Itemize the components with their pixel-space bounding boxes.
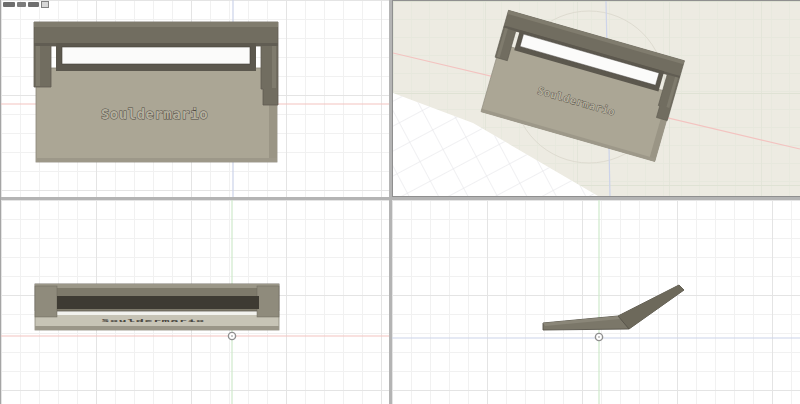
toolbar-fragment-block xyxy=(28,2,39,7)
viewport-top[interactable]: Souldermario xyxy=(1,200,389,404)
side-profile-arm xyxy=(618,285,684,329)
model-perspective-view[interactable] xyxy=(480,10,685,161)
slot-dark-opening xyxy=(57,296,259,309)
toolbar-fragment-block xyxy=(17,2,26,7)
handle-right-leg xyxy=(257,286,279,317)
viewport-side[interactable] xyxy=(392,200,800,404)
model-side-view[interactable] xyxy=(543,285,684,330)
model-name-text-foreshortened: Souldermario xyxy=(101,318,204,322)
viewport-perspective[interactable] xyxy=(392,0,800,197)
handle-band-highlight xyxy=(35,284,279,288)
grid-icon xyxy=(41,1,49,8)
viewport-front[interactable]: Souldermario xyxy=(1,0,389,197)
handle-left-leg xyxy=(35,286,57,317)
origin-marker[interactable] xyxy=(595,333,602,340)
plate-edge-strip xyxy=(35,326,279,330)
model-top-view[interactable]: Souldermario xyxy=(35,284,279,330)
cad-workspace: Souldermario xyxy=(0,0,800,404)
model-front-view[interactable] xyxy=(34,22,278,162)
toolbar-fragment-block xyxy=(3,2,15,7)
origin-marker[interactable] xyxy=(228,332,235,339)
clipped-toolbar-fragment[interactable] xyxy=(2,0,60,8)
